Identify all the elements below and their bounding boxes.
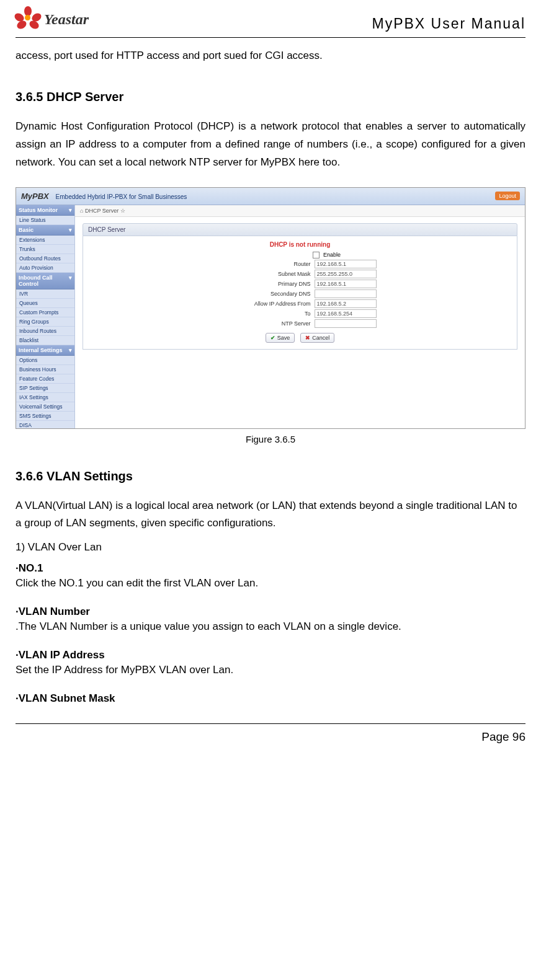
panel-body: DHCP is not running Enable Router192.168… xyxy=(83,236,517,350)
ipto-input[interactable]: 192.168.5.254 xyxy=(315,309,377,318)
ss-logo-text: MyPBX xyxy=(21,192,49,201)
router-label: Router xyxy=(224,261,311,267)
sidebar-group-basic[interactable]: Basic▾ xyxy=(16,225,74,236)
cancel-button-label: Cancel xyxy=(312,335,329,341)
sidebar-item[interactable]: Trunks xyxy=(16,245,74,254)
sdns-input[interactable] xyxy=(315,289,377,298)
sidebar-item[interactable]: SIP Settings xyxy=(16,384,74,393)
figure-365-caption: Figure 3.6.5 xyxy=(16,434,525,444)
sidebar-item[interactable]: Queues xyxy=(16,299,74,308)
page-footer: Page 96 xyxy=(16,723,525,744)
home-icon[interactable]: ⌂ xyxy=(80,208,83,214)
intro-paragraph: access, port used for HTTP access and po… xyxy=(16,47,525,65)
panel-header: DHCP Server xyxy=(83,223,517,236)
ss-topbar: MyPBX Embedded Hybrid IP-PBX for Small B… xyxy=(16,188,525,205)
document-title: MyPBX User Manual xyxy=(372,6,525,32)
sidebar-item[interactable]: DISA xyxy=(16,421,74,428)
enable-checkbox[interactable] xyxy=(313,252,320,258)
vip-desc: Set the IP Address for MyPBX VLAN over L… xyxy=(16,661,525,679)
ss-sidebar: Status Monitor▾ Line Status Basic▾ Exten… xyxy=(16,205,75,428)
ss-content: ⌂ DHCP Server ☆ DHCP Server DHCP is not … xyxy=(75,205,525,428)
vnum-desc: .The VLAN Number is a unique value you a… xyxy=(16,618,525,635)
breadcrumb-text: DHCP Server ☆ xyxy=(85,208,125,214)
dhcp-status-text: DHCP is not running xyxy=(83,241,517,248)
sidebar-item[interactable]: Feature Codes xyxy=(16,374,74,384)
subnet-label: Subnet Mask xyxy=(224,271,311,277)
sidebar-item[interactable]: Voicemail Settings xyxy=(16,402,74,412)
save-button-label: Save xyxy=(277,335,290,341)
sidebar-group-inbound[interactable]: Inbound Call Control▾ xyxy=(16,273,74,289)
section-366-para: A VLAN(Virtual LAN) is a logical local a… xyxy=(16,497,525,533)
sidebar-group-internal-label: Internal Settings xyxy=(19,347,63,353)
sidebar-item[interactable]: Extensions xyxy=(16,236,74,245)
sidebar-item[interactable]: Custom Prompts xyxy=(16,308,74,317)
sidebar-item[interactable]: IAX Settings xyxy=(16,393,74,402)
router-input[interactable]: 192.168.5.1 xyxy=(315,260,377,268)
sidebar-item[interactable]: Line Status xyxy=(16,216,74,225)
sidebar-item[interactable]: Ring Groups xyxy=(16,317,74,327)
cross-icon: ✖ xyxy=(305,335,310,341)
pdns-input[interactable]: 192.168.5.1 xyxy=(315,280,377,288)
sidebar-item[interactable]: Blacklist xyxy=(16,336,74,345)
ntp-label: NTP Server xyxy=(224,320,311,327)
logo-flower-icon xyxy=(16,6,40,32)
check-icon: ✔ xyxy=(270,335,275,341)
sidebar-item[interactable]: IVR xyxy=(16,289,74,299)
ipfrom-input[interactable]: 192.168.5.2 xyxy=(315,299,377,308)
pdns-label: Primary DNS xyxy=(224,281,311,287)
ntp-input[interactable] xyxy=(315,319,377,328)
sidebar-item[interactable]: Business Hours xyxy=(16,365,74,374)
sidebar-item[interactable]: Outbound Routes xyxy=(16,254,74,263)
save-button[interactable]: ✔Save xyxy=(266,333,295,343)
sidebar-item[interactable]: Options xyxy=(16,356,74,365)
sidebar-group-internal[interactable]: Internal Settings▾ xyxy=(16,345,74,356)
brand-logo: Yeastar xyxy=(16,6,89,32)
sidebar-group-basic-label: Basic xyxy=(19,227,34,233)
no1-desc: Click the NO.1 you can edit the first VL… xyxy=(16,575,525,592)
vnum-title: ·VLAN Number xyxy=(16,606,525,618)
section-365-heading: 3.6.5 DHCP Server xyxy=(16,90,525,104)
page-number: Page 96 xyxy=(481,730,525,743)
sidebar-item[interactable]: Inbound Routes xyxy=(16,327,74,336)
sidebar-item[interactable]: SMS Settings xyxy=(16,412,74,421)
vip-title: ·VLAN IP Address xyxy=(16,649,525,661)
sidebar-group-status[interactable]: Status Monitor▾ xyxy=(16,205,74,216)
no1-title: ·NO.1 xyxy=(16,562,525,575)
section-365-para: Dynamic Host Configuration Protocol (DHC… xyxy=(16,118,525,172)
vlan-sub1: 1) VLAN Over Lan xyxy=(16,541,525,554)
cancel-button[interactable]: ✖Cancel xyxy=(300,333,334,343)
ipfrom-label: Allow IP Address From xyxy=(224,301,311,307)
ss-tagline: Embedded Hybrid IP-PBX for Small Busines… xyxy=(56,193,187,200)
ipto-label: To xyxy=(224,311,311,317)
vmask-title: ·VLAN Subnet Mask xyxy=(16,692,525,705)
sidebar-group-inbound-label: Inbound Call Control xyxy=(19,275,69,287)
sidebar-item[interactable]: Auto Provision xyxy=(16,263,74,273)
section-366-heading: 3.6.6 VLAN Settings xyxy=(16,469,525,483)
brand-text: Yeastar xyxy=(44,11,89,28)
enable-text: Enable xyxy=(323,252,378,258)
sdns-label: Secondary DNS xyxy=(224,291,311,297)
dhcp-screenshot: MyPBX Embedded Hybrid IP-PBX for Small B… xyxy=(16,187,525,429)
sidebar-group-status-label: Status Monitor xyxy=(19,207,58,213)
page-header: Yeastar MyPBX User Manual xyxy=(16,6,525,38)
logout-button[interactable]: Logout xyxy=(495,192,520,200)
subnet-input[interactable]: 255.255.255.0 xyxy=(315,270,377,278)
breadcrumb: ⌂ DHCP Server ☆ xyxy=(75,205,525,217)
